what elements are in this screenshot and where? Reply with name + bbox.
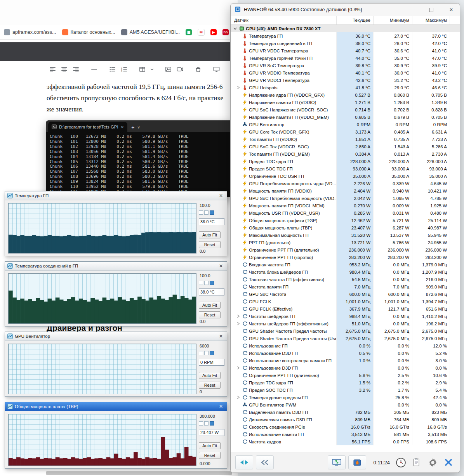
sensor-row[interactable]: GPU VR VDDIO Температура40.1 °C30.0 °C41… bbox=[231, 69, 460, 76]
reset-button[interactable]: Reset bbox=[199, 452, 221, 459]
sensor-row[interactable]: GPU VR VDDCI Температура42.6 °C31.2 °C43… bbox=[231, 76, 460, 84]
sensor-row[interactable]: Напряжение ядра ГП (VDDCR_GFX)0.527 В0.0… bbox=[231, 91, 460, 99]
sensor-row[interactable]: Тактовая частота ГП (эффективная)54.5 МГ… bbox=[231, 276, 460, 283]
report-button[interactable] bbox=[410, 456, 423, 469]
sensor-row[interactable]: Мощность памяти ГП (VDDIO)2.404 W0.940 W… bbox=[231, 187, 460, 195]
color-selector-boxes[interactable] bbox=[199, 210, 224, 215]
sensor-row[interactable]: Общая мощность графики (TGP)12.462 W5.72… bbox=[231, 217, 460, 224]
sensor-row[interactable]: Предел TDC ядра ГП228.000 A228.000 A228.… bbox=[231, 158, 460, 165]
sensor-row[interactable]: Напряжение памяти ГП (VDDCI_MEM)0.685 В0… bbox=[231, 113, 460, 121]
chevron-right-icon[interactable] bbox=[236, 322, 240, 325]
bookmark-item[interactable]: hh bbox=[222, 29, 229, 35]
sensor-row[interactable]: Максимальная мощность ГП31.520 W13.537 W… bbox=[231, 231, 460, 239]
terminal-window[interactable]: D:\programm for test\Tets GPI ✕ + ˅ Chun… bbox=[46, 120, 233, 197]
color-selector-boxes[interactable] bbox=[199, 281, 224, 285]
close-sensors-button[interactable] bbox=[442, 456, 455, 469]
column-maximum[interactable]: Максимум bbox=[412, 16, 450, 24]
hwinfo-window[interactable]: HWiNFO® 64 v8.40-5900 Состояние датчиков… bbox=[230, 3, 460, 473]
sensor-row[interactable]: Входная частота ГП953.2 МГц0.0 МГц1,379.… bbox=[231, 261, 460, 268]
sensor-row[interactable]: GPU Потребляемая мощность ядра (VD...2.2… bbox=[231, 180, 460, 187]
hwinfo-titlebar[interactable]: HWiNFO® 64 v8.40-5900 Состояние датчиков… bbox=[231, 3, 460, 16]
sensor-row[interactable]: Динамическая память D3D ГП809 МБ764 МБ80… bbox=[231, 416, 460, 423]
sensor-row[interactable]: Частоты шейдеров ГП (эффективных)51.0 МГ… bbox=[231, 320, 460, 327]
graph-window-gpu-fan[interactable]: GPU Вентилятор ✕ 6000 0 RPM Auto Fit Res… bbox=[5, 332, 227, 397]
align-right-icon[interactable] bbox=[72, 65, 80, 73]
monitor-icon[interactable] bbox=[213, 65, 220, 73]
bookmark-item[interactable]: ✉ bbox=[198, 29, 205, 36]
sensor-row[interactable]: GPU VR SoC Температура39.8 °C30.9 °C39.9… bbox=[231, 62, 460, 69]
sensor-row[interactable]: Выделенная память D3D ГП782 МБ305 МБ823 … bbox=[231, 408, 460, 416]
graph-titlebar[interactable]: Общая мощность платы (TBP) ✕ bbox=[5, 402, 227, 411]
sensor-row[interactable]: Ограничение PPT ГП (длительно)236.000 W2… bbox=[231, 246, 460, 254]
reset-button[interactable]: Reset bbox=[199, 382, 221, 389]
clock-icon[interactable] bbox=[394, 456, 407, 469]
chevron-right-icon[interactable] bbox=[236, 396, 240, 399]
sensor-row[interactable]: Частота памяти ГП7.0 МГц7.0 МГц909.0 МГц bbox=[231, 283, 460, 290]
sensor-row[interactable]: Ограничение PPT ГП (коротко)283.200 W283… bbox=[231, 254, 460, 261]
column-minimum[interactable]: Минимум bbox=[373, 16, 412, 24]
sensor-row[interactable]: GPU SoC Потребляемая мощность (VDD...2.0… bbox=[231, 195, 460, 202]
bookmark-item[interactable]: Каталог основных... bbox=[62, 29, 115, 35]
sensor-row[interactable]: Предел TDC ядра ГП1.5 %0.2 %2.9 % bbox=[231, 379, 460, 386]
sensor-row[interactable]: PPT ГП (длительно)13.721 W5.786 W24.955 … bbox=[231, 239, 460, 246]
sensor-row[interactable]: Температура горячей точки ГП44.0 °C35.0 … bbox=[231, 54, 460, 62]
close-icon[interactable]: ✕ bbox=[217, 263, 224, 269]
sensor-row[interactable]: Частота блока шейдеров ГП988.4 МГц0.0 МГ… bbox=[231, 268, 460, 276]
align-left-icon[interactable] bbox=[49, 65, 56, 73]
sensor-row[interactable]: Использование контроллера памяти ГП1.0 %… bbox=[231, 357, 460, 364]
auto-fit-button[interactable]: Auto Fit bbox=[199, 372, 221, 379]
sensor-row[interactable]: GPU FCLK1,001.0 МГц1,001.0 МГц1,394.7 МГ… bbox=[231, 298, 460, 305]
bucket-icon[interactable] bbox=[195, 65, 202, 73]
sensor-row[interactable]: GPU Вентилятор PWM0.0 %0.0 % bbox=[231, 401, 460, 408]
column-current[interactable]: Текущее bbox=[336, 16, 373, 24]
color-selector-boxes[interactable] bbox=[199, 421, 224, 426]
chevron-right-icon[interactable] bbox=[236, 314, 240, 318]
chevron-down-icon[interactable] bbox=[233, 27, 237, 30]
monitoring-button[interactable] bbox=[328, 455, 346, 469]
reset-button[interactable]: Reset bbox=[199, 311, 221, 318]
sensor-row[interactable]: Ток памяти ГП (VDDCI_MEM)0.384 A0.013 A2… bbox=[231, 150, 460, 158]
list-ul-icon[interactable] bbox=[109, 65, 116, 73]
sensor-row[interactable]: GPU SoC Напряжение (VDDCR_SOC)0.714 В0.7… bbox=[231, 106, 460, 113]
sensor-row[interactable]: Частоты шейдеров ГП988.4 МГц0.0 МГц1,410… bbox=[231, 313, 460, 320]
graph-window-gpu-temp[interactable]: Температура ГП ✕ 100.0 36.0 °C Auto Fit … bbox=[5, 191, 227, 256]
graph-window-tbp[interactable]: Общая мощность платы (TBP) ✕ 300.000 23.… bbox=[5, 402, 227, 469]
sensor-row[interactable]: Частота кадров56.1 FPS0.0 FPS108.6 FPS bbox=[231, 438, 460, 445]
sensor-row[interactable]: Температура соединений в ГП38.0 °C28.0 °… bbox=[231, 40, 460, 47]
sensor-row[interactable]: Температура ГП36.0 °C27.0 °C37.0 °C bbox=[231, 32, 460, 40]
sensor-row[interactable]: Мощность USR ГП (VDDCR_USR)0.285 W0.031 … bbox=[231, 209, 460, 217]
close-button[interactable]: ✕ bbox=[443, 3, 460, 16]
close-icon[interactable]: ✕ bbox=[217, 193, 224, 198]
sensor-row[interactable]: Использование D3D ГП0.5 %0.0 %5.2 % bbox=[231, 349, 460, 357]
sensor-row[interactable]: GPU SoC Частота600.0 МГц600.0 МГц872.6 М… bbox=[231, 290, 460, 298]
hr-icon[interactable] bbox=[90, 65, 98, 73]
heat-chip-button[interactable] bbox=[348, 455, 366, 469]
auto-fit-button[interactable]: Auto Fit bbox=[199, 302, 221, 309]
sensor-row[interactable]: Мощность памяти ГП (VDDCI_MEM)0.270 W0.0… bbox=[231, 202, 460, 209]
list-ol-icon[interactable]: 123 bbox=[120, 65, 128, 73]
navigate-arrows-button[interactable] bbox=[235, 455, 253, 469]
collapse-all-button[interactable] bbox=[256, 455, 274, 469]
table-header[interactable]: Датчик Текущее Минимум Максимум bbox=[231, 16, 460, 25]
sensor-row[interactable]: Напряжение памяти ГП (VDDIO)1.271 В1.253… bbox=[231, 99, 460, 106]
sensor-row[interactable]: Использование ГП0.0 %0.0 %12.0 % bbox=[231, 342, 460, 349]
video-icon[interactable] bbox=[176, 65, 184, 73]
color-selector-boxes[interactable] bbox=[199, 351, 224, 355]
reset-button[interactable]: Reset bbox=[199, 241, 221, 248]
sensor-row[interactable]: Предел SOC TDC ГП93.000 A93.000 A93.000 … bbox=[231, 165, 460, 172]
table-caret-icon[interactable] bbox=[150, 65, 154, 73]
graph-window-junction-temp[interactable]: Температура соединений в ГП ✕ 100.0 38.0… bbox=[5, 261, 227, 327]
sensor-row[interactable]: GPU FCLK (Effective)367.9 МГц121.7 МГц65… bbox=[231, 305, 460, 313]
image-icon[interactable] bbox=[165, 65, 172, 73]
graph-titlebar[interactable]: Температура соединений в ГП ✕ bbox=[5, 262, 227, 271]
graph-titlebar[interactable]: Температура ГП ✕ bbox=[5, 191, 227, 200]
sensor-row[interactable]: Ограничение TDC USR ГП35.000 A35.000 A35… bbox=[231, 172, 460, 180]
bookmark-item[interactable]: apframex.com/ass... bbox=[4, 29, 56, 35]
bookmark-item[interactable]: ▶ bbox=[210, 29, 217, 35]
maximize-button[interactable] bbox=[422, 3, 440, 16]
close-icon[interactable]: ✕ bbox=[217, 334, 224, 339]
sensor-row[interactable]: GPU SoC Ток (VDDCR_SOC)2.850 A1.543 A5.2… bbox=[231, 143, 460, 150]
sensor-row[interactable]: GPU Вентилятор0 RPM0 RPM0 RPM bbox=[231, 121, 460, 128]
close-tab-icon[interactable]: ✕ bbox=[121, 125, 124, 129]
sensor-row[interactable]: Скорость соединения PCIe16.0 GT/s16.0 GT… bbox=[231, 423, 460, 431]
